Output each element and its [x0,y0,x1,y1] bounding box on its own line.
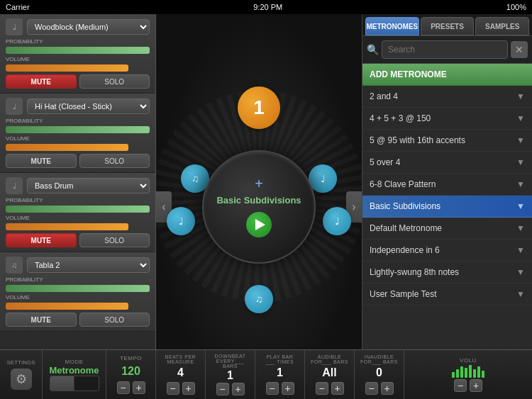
inaudible-section: INAUDIBLE FOR___ BARS 0 − + [355,350,404,399]
track-2-solo-button[interactable]: SOLO [79,154,150,168]
track-3-solo-button[interactable]: SOLO [79,233,150,247]
track-1-vol-bar [6,64,128,72]
play-triangle-icon [255,219,265,230]
right-tabs: METRONOMES PRESETS SAMPLES [362,14,532,36]
time-label: 9:20 PM [253,3,282,11]
add-metronome-button[interactable]: ADD METRONOME [362,64,532,86]
main-layout: ♩ Woodblock (Medium) PROBABILITY VOLUME … [0,14,532,399]
tab-metronomes[interactable]: METRONOMES [365,17,419,35]
audible-section: AUDIBLE FOR___ BARS All − + [305,350,355,399]
single-note-icon-left: ♩ [179,215,184,227]
search-clear-button[interactable]: ✕ [511,41,528,58]
track-2: ♩ Hi Hat (Closed - Stick) PROBABILITY VO… [0,94,155,173]
settings-label: SETTINGS [6,359,35,366]
volume-bars [452,364,484,378]
track-4-vol-bar [6,303,128,310]
beats-decrease-button[interactable]: − [167,382,179,395]
audible-value: All [322,366,336,379]
track-4-prob-bar [6,285,150,292]
track-1-mute-button[interactable]: MUTE [6,74,77,89]
track-2-prob-bar [6,126,150,133]
play-button[interactable] [246,212,272,237]
search-bar: 🔍 ✕ [362,36,532,64]
tempo-increase-button[interactable]: + [133,381,145,394]
tab-samples[interactable]: SAMPLES [475,17,529,35]
track-4-mute-button[interactable]: MUTE [6,313,77,327]
track-3-vol-bar [6,223,128,230]
audible-increase-button[interactable]: + [331,382,344,395]
track-4-prob-label: PROBABILITY [6,276,150,283]
track-4-vol-label: VOLUME [6,294,150,300]
track-4-solo-button[interactable]: SOLO [79,313,150,327]
metro-item-independence[interactable]: Independence in 6 ▼ [362,240,532,262]
inaudible-value: 0 [376,366,382,379]
audible-decrease-button[interactable]: − [316,382,328,395]
inaudible-decrease-button[interactable]: − [365,382,378,395]
center-panel: ‹ › 1 ♫ ♩ ♩ ♩ ♫ + Basic Subd [156,14,362,399]
track-2-prob-label: PROBABILITY [6,118,150,124]
metro-item-user-sample[interactable]: User Sample Test ▼ [362,283,532,305]
tempo-label: TEMPO [120,355,142,361]
search-input[interactable] [382,40,508,59]
track-3-mute-button[interactable]: MUTE [6,233,77,247]
metro-item-5at95[interactable]: 5 @ 95 with 16th accents ▼ [362,130,532,152]
metro-item-default[interactable]: Default Metronome ▼ [362,218,532,240]
downbeat-value: 1 [227,369,233,382]
playbar-decrease-button[interactable]: − [266,382,279,395]
track-2-icon: ♩ [6,98,23,115]
mode-value: Metronome [49,365,99,376]
track-1: ♩ Woodblock (Medium) PROBABILITY VOLUME … [0,14,155,94]
battery-label: 100% [506,3,526,11]
metro-item-lightly[interactable]: Lightly-swung 8th notes ▼ [362,262,532,283]
right-panel: METRONOMES PRESETS SAMPLES 🔍 ✕ ADD METRO… [362,14,532,399]
mode-toggle-right [74,376,99,390]
tempo-decrease-button[interactable]: − [117,381,130,394]
volume-section: VOLU − + [404,350,532,399]
mode-toggle[interactable] [50,376,99,391]
settings-gear-button[interactable]: ⚙ [11,369,32,390]
metro-item-basic-subdivisions[interactable]: Basic Subdivisions ▼ [362,196,532,218]
beats-increase-button[interactable]: + [182,382,195,395]
status-bar: Carrier 9:20 PM 100% [0,0,532,14]
track-2-mute-button[interactable]: MUTE [6,154,77,168]
vol-bar-3 [460,366,463,378]
metro-item-5over4[interactable]: 5 over 4 ▼ [362,152,532,174]
playbar-label: PLAY BAR ___ TIMES [261,354,299,364]
main-disc[interactable]: + Basic Subdivisions [202,150,316,264]
downbeat-section: DOWNBEAT EVERY___ BARS 1 − + [206,350,255,399]
volume-decrease-button[interactable]: − [454,379,467,392]
double-note-icon: ♫ [192,173,199,184]
single-note-icon-right-mid: ♩ [335,215,340,227]
playbar-increase-button[interactable]: + [282,382,294,395]
downbeat-decrease-button[interactable]: − [216,383,229,395]
track-4-select[interactable]: Tabla 2 [27,257,150,273]
metro-item-2and4[interactable]: 2 and 4 ▼ [362,86,532,108]
track-1-solo-button[interactable]: SOLO [79,74,150,89]
mode-label: MODE [65,359,84,365]
settings-section: SETTINGS ⚙ [0,350,43,399]
track-2-select[interactable]: Hi Hat (Closed - Stick) [27,99,150,114]
left-panel: ♩ Woodblock (Medium) PROBABILITY VOLUME … [0,14,156,364]
track-1-select[interactable]: Woodblock (Medium) [27,19,150,35]
vol-bar-8 [482,371,484,378]
track-3-select[interactable]: Bass Drum [27,178,150,193]
downbeat-label: DOWNBEAT EVERY___ BARS [211,354,249,369]
tab-presets[interactable]: PRESETS [421,17,475,35]
playbar-section: PLAY BAR ___ TIMES 1 − + [255,350,305,399]
search-icon: 🔍 [367,44,379,55]
inaudible-increase-button[interactable]: + [381,382,394,395]
note-bubble-right-mid[interactable]: ♩ [323,207,351,235]
downbeat-increase-button[interactable]: + [232,383,245,395]
volume-increase-button[interactable]: + [470,379,482,392]
disc-title: Basic Subdivisions [216,195,301,206]
metro-item-4plus5[interactable]: 4 + 5 + 3 @ 150 ▼ [362,108,532,130]
beat-number: 1 [238,86,280,129]
note-bubble-right-top[interactable]: ♩ [309,164,337,193]
track-3-icon: ♩ [6,177,23,194]
metro-item-68clave[interactable]: 6-8 Clave Pattern ▼ [362,174,532,196]
volume-label: VOLU [460,357,477,364]
note-bubble-bottom[interactable]: ♫ [245,285,273,313]
vol-bar-2 [456,369,459,378]
note-bubble-left-mid[interactable]: ♩ [167,207,195,235]
vol-bar-7 [477,366,480,378]
